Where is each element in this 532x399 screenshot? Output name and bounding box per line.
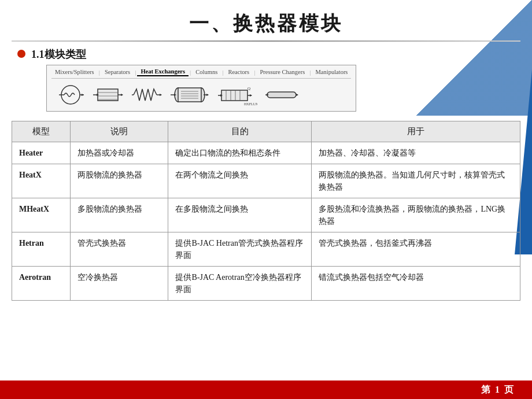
section-module-types: 1.1模块类型 Mixers/Splitters | Separators | … <box>0 42 532 119</box>
purpose-mheatx: 在多股物流之间换热 <box>168 198 312 232</box>
table-row: HeatX 两股物流的换热器 在两个物流之间换热 两股物流的换热器。当知道几何尺… <box>12 164 520 198</box>
tab-mixers-splitters[interactable]: Mixers/Splitters <box>51 68 98 76</box>
section-title: 1.1模块类型 <box>31 47 86 61</box>
tab-reactors[interactable]: Reactors <box>224 68 253 76</box>
tab-pressure-changers[interactable]: Pressure Changers <box>256 68 308 76</box>
table-row: Aerotran 空冷换热器 提供B-JAC Aerotran空冷换热器程序界面… <box>12 267 520 301</box>
page-number: 第 1 页 <box>481 384 515 396</box>
aircooler-icon[interactable]: Q HXFLUX <box>217 83 257 106</box>
tab-heat-exchangers[interactable]: Heat Exchangers <box>137 68 189 76</box>
pipe-icon[interactable] <box>264 83 299 106</box>
model-heater: Heater <box>12 142 71 164</box>
svg-marker-14 <box>160 94 162 96</box>
table-header-row: 模型 说明 目的 用于 <box>12 121 520 142</box>
desc-heatx: 两股物流的换热器 <box>71 164 168 198</box>
purpose-heater: 确定出口物流的热和相态条件 <box>168 142 312 164</box>
svg-marker-25 <box>206 94 209 96</box>
model-aerotran: Aerotran <box>12 267 71 301</box>
page-title: 一、换热器模块 <box>189 10 343 37</box>
usage-heater: 加热器、冷却器、冷凝器等 <box>312 142 520 164</box>
model-mheatx: MHeatX <box>12 198 71 232</box>
purpose-aerotran: 提供B-JAC Aerotran空冷换热器程序界面 <box>168 267 312 301</box>
svg-text:Q: Q <box>247 86 250 91</box>
svg-marker-3 <box>82 94 84 96</box>
coil-icon[interactable] <box>131 83 162 106</box>
purpose-heatx: 在两个物流之间换热 <box>168 164 312 198</box>
shelltube-icon[interactable] <box>169 83 210 106</box>
svg-text:HXFLUX: HXFLUX <box>244 102 257 106</box>
heatx-icon[interactable] <box>92 83 124 106</box>
svg-marker-36 <box>250 94 252 97</box>
section-header: 1.1模块类型 <box>17 47 515 61</box>
col-header-usage: 用于 <box>312 121 520 142</box>
model-hetran: Hetran <box>12 232 71 267</box>
module-table: 模型 说明 目的 用于 Heater 加热器或冷却器 确定出口物流的热和相态条件… <box>12 121 520 301</box>
col-header-model: 模型 <box>12 121 71 142</box>
svg-marker-11 <box>121 94 123 96</box>
usage-aerotran: 错流式换热器包括空气冷却器 <box>312 267 520 301</box>
table-row: Hetran 管壳式换热器 提供B-JAC Hetran管壳式换热器程序界面 管… <box>12 232 520 267</box>
tab-separators[interactable]: Separators <box>101 68 134 76</box>
col-header-purpose: 目的 <box>168 121 312 142</box>
footer: 第 1 页 <box>0 380 532 399</box>
toolbar-icons-row: Q HXFLUX <box>51 81 351 109</box>
svg-rect-26 <box>221 90 247 101</box>
usage-heatx: 两股物流的换热器。当知道几何尺寸时，核算管壳式换热器 <box>312 164 520 198</box>
main-table-container: 模型 说明 目的 用于 Heater 加热器或冷却器 确定出口物流的热和相态条件… <box>0 121 532 301</box>
desc-heater: 加热器或冷却器 <box>71 142 168 164</box>
heater-icon[interactable] <box>56 83 85 106</box>
tab-columns[interactable]: Columns <box>192 68 221 76</box>
header: 一、换热器模块 <box>0 0 532 42</box>
svg-rect-17 <box>178 88 201 102</box>
purpose-hetran: 提供B-JAC Hetran管壳式换热器程序界面 <box>168 232 312 267</box>
desc-hetran: 管壳式换热器 <box>71 232 168 267</box>
desc-aerotran: 空冷换热器 <box>71 267 168 301</box>
desc-mheatx: 多股物流的换热器 <box>71 198 168 232</box>
usage-mheatx: 多股热流和冷流换热器，两股物流的换热器，LNG换热器 <box>312 198 520 232</box>
bullet-icon <box>17 50 25 58</box>
svg-rect-4 <box>98 89 118 101</box>
table-row: Heater 加热器或冷却器 确定出口物流的热和相态条件 加热器、冷却器、冷凝器… <box>12 142 520 164</box>
usage-hetran: 管壳式换热器，包括釜式再沸器 <box>312 232 520 267</box>
toolbar-tabs: Mixers/Splitters | Separators | Heat Exc… <box>51 68 351 79</box>
svg-rect-37 <box>267 92 296 98</box>
tab-manipulators[interactable]: Manipulators <box>312 68 351 76</box>
table-row: MHeatX 多股物流的换热器 在多股物流之间换热 多股热流和冷流换热器，两股物… <box>12 198 520 232</box>
toolbar-container: Mixers/Splitters | Separators | Heat Exc… <box>46 65 356 112</box>
col-header-description: 说明 <box>71 121 168 142</box>
svg-marker-41 <box>296 94 298 96</box>
model-heatx: HeatX <box>12 164 71 198</box>
